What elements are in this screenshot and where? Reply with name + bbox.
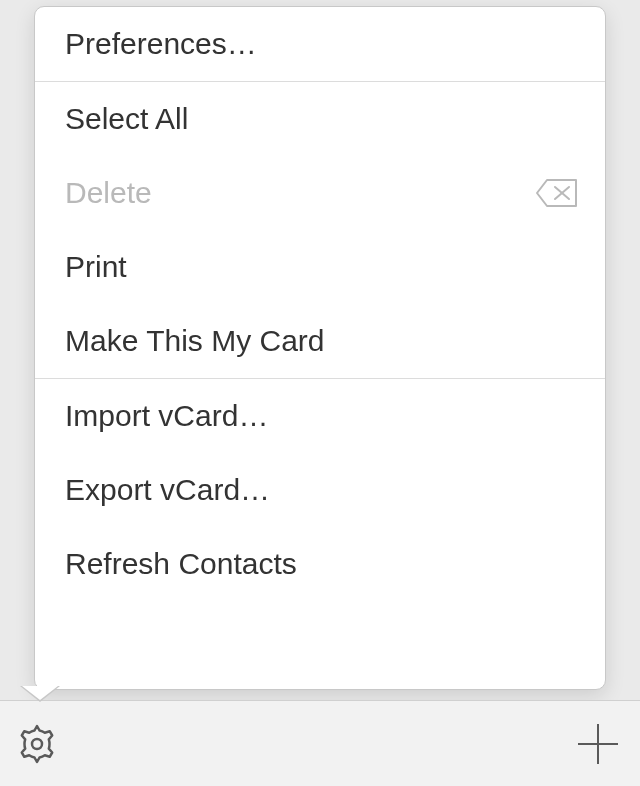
menu-item-print[interactable]: Print: [35, 230, 605, 304]
gear-icon[interactable]: [12, 719, 62, 769]
menu-item-label: Import vCard…: [65, 399, 268, 433]
menu-group-3: Import vCard… Export vCard… Refresh Cont…: [35, 379, 605, 601]
svg-point-2: [32, 739, 42, 749]
menu-item-refresh-contacts[interactable]: Refresh Contacts: [35, 527, 605, 601]
delete-backspace-icon: [535, 177, 579, 209]
menu-item-label: Select All: [65, 102, 188, 136]
menu-item-label: Make This My Card: [65, 324, 325, 358]
menu-group-2: Select All Delete Print Make This My Car…: [35, 82, 605, 378]
menu-item-export-vcard[interactable]: Export vCard…: [35, 453, 605, 527]
popup-arrow: [22, 686, 58, 700]
menu-item-label: Refresh Contacts: [65, 547, 297, 581]
menu-item-make-my-card[interactable]: Make This My Card: [35, 304, 605, 378]
menu-item-import-vcard[interactable]: Import vCard…: [35, 379, 605, 453]
menu-item-label: Preferences…: [65, 27, 257, 61]
menu-item-preferences[interactable]: Preferences…: [35, 7, 605, 81]
menu-item-select-all[interactable]: Select All: [35, 82, 605, 156]
settings-popup-menu: Preferences… Select All Delete Print Mak…: [34, 6, 606, 690]
menu-item-delete: Delete: [35, 156, 605, 230]
menu-group-1: Preferences…: [35, 7, 605, 81]
menu-item-label: Export vCard…: [65, 473, 270, 507]
plus-icon[interactable]: [574, 720, 622, 768]
bottom-toolbar: [0, 700, 640, 786]
menu-item-label: Delete: [65, 176, 152, 210]
menu-item-label: Print: [65, 250, 127, 284]
